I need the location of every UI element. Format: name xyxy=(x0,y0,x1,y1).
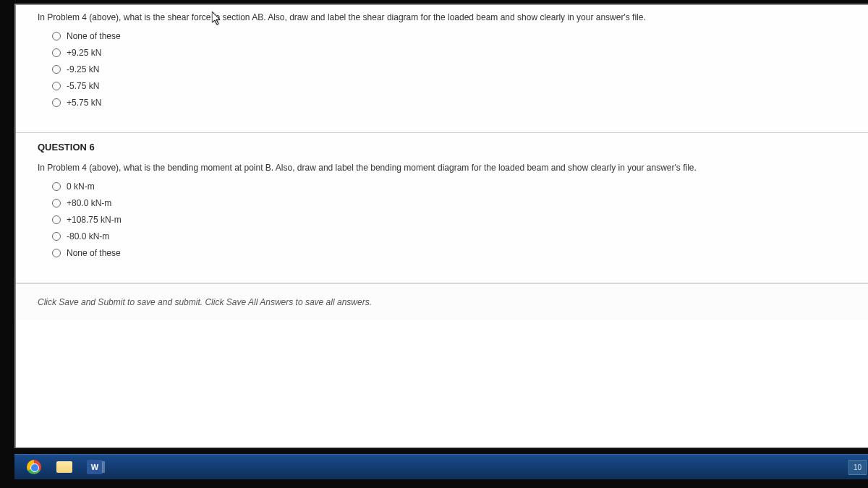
save-instruction-text: Click Save and Submit to save and submit… xyxy=(16,283,868,320)
windows-taskbar[interactable]: W 10 xyxy=(14,454,868,479)
option-label: +5.75 kN xyxy=(67,98,101,108)
taskbar-explorer[interactable] xyxy=(51,457,78,477)
question-6-block: QUESTION 6 In Problem 4 (above), what is… xyxy=(16,133,868,283)
option-row: None of these xyxy=(52,31,846,41)
option-label: -80.0 kN-m xyxy=(67,231,109,241)
taskbar-word[interactable]: W xyxy=(81,457,109,477)
option-label: 0 kN-m xyxy=(67,181,95,192)
radio-button[interactable] xyxy=(52,48,61,57)
radio-button[interactable] xyxy=(52,232,61,241)
word-icon: W xyxy=(87,460,103,474)
folder-icon xyxy=(56,461,72,473)
option-row: +108.75 kN-m xyxy=(52,215,846,225)
chrome-icon xyxy=(27,460,41,474)
option-label: +108.75 kN-m xyxy=(67,215,122,225)
radio-button[interactable] xyxy=(52,98,61,107)
radio-button[interactable] xyxy=(52,182,61,191)
option-row: 0 kN-m xyxy=(52,181,846,192)
radio-button[interactable] xyxy=(52,32,61,40)
system-tray: 10 xyxy=(848,455,868,479)
tray-indicator[interactable]: 10 xyxy=(848,460,867,475)
option-label: None of these xyxy=(67,31,121,41)
radio-button[interactable] xyxy=(52,215,61,224)
cursor-pointer-icon xyxy=(212,12,222,26)
radio-button[interactable] xyxy=(52,249,61,257)
option-row: +5.75 kN xyxy=(52,98,846,108)
option-row: +80.0 kN-m xyxy=(52,198,846,208)
option-label: -5.75 kN xyxy=(67,81,99,91)
option-label: -9.25 kN xyxy=(67,64,99,74)
radio-button[interactable] xyxy=(52,199,61,207)
question-6-text: In Problem 4 (above), what is the bendin… xyxy=(38,161,846,174)
option-row: +9.25 kN xyxy=(52,48,846,58)
browser-content-frame: In Problem 4 (above), what is the shear … xyxy=(14,4,868,448)
question-5-block: In Problem 4 (above), what is the shear … xyxy=(16,5,868,133)
taskbar-chrome[interactable] xyxy=(20,457,48,477)
question-6-options: 0 kN-m +80.0 kN-m +108.75 kN-m -80.0 kN-… xyxy=(38,181,846,258)
option-row: -5.75 kN xyxy=(52,81,846,91)
option-row: -80.0 kN-m xyxy=(52,231,846,241)
question-6-title: QUESTION 6 xyxy=(38,142,846,153)
option-label: +9.25 kN xyxy=(67,48,101,58)
option-row: None of these xyxy=(52,248,846,258)
quiz-content: In Problem 4 (above), what is the shear … xyxy=(16,5,868,448)
question-5-options: None of these +9.25 kN -9.25 kN -5.75 kN… xyxy=(38,31,846,108)
radio-button[interactable] xyxy=(52,65,61,74)
option-row: -9.25 kN xyxy=(52,64,846,74)
radio-button[interactable] xyxy=(52,82,61,90)
option-label: None of these xyxy=(67,248,121,258)
option-label: +80.0 kN-m xyxy=(67,198,111,208)
question-5-text: In Problem 4 (above), what is the shear … xyxy=(38,11,846,24)
